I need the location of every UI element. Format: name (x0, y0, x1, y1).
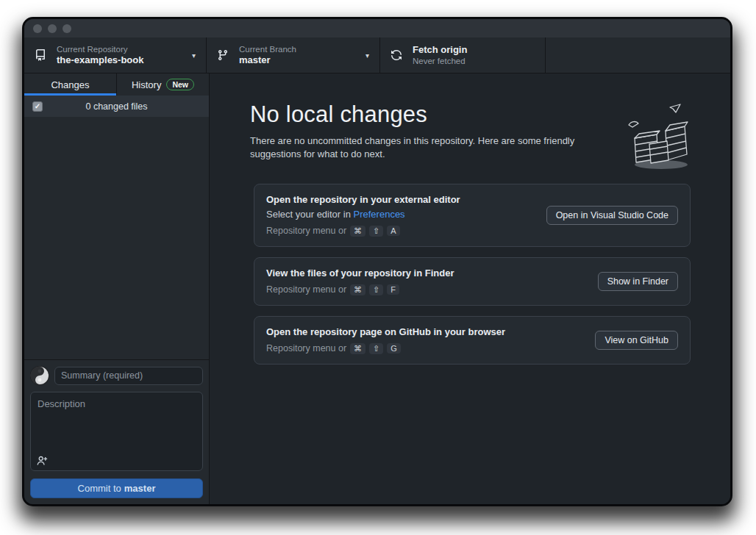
shortcut-prefix: Repository menu or (266, 343, 346, 353)
card-title: Open the repository page on GitHub in yo… (266, 326, 583, 337)
sidebar-tabbar: Changes History New (24, 73, 209, 96)
minimize-window-button[interactable] (48, 24, 57, 33)
fetch-origin-status: Never fetched (413, 56, 467, 66)
card-title: Open the repository in your external edi… (266, 194, 535, 205)
no-changes-view: No local changes There are no uncommitte… (210, 73, 730, 504)
shift-key-icon: ⇧ (369, 284, 383, 295)
tab-changes-label: Changes (51, 79, 89, 90)
close-window-button[interactable] (33, 24, 42, 33)
shortcut-prefix: Repository menu or (266, 226, 346, 236)
avatar (30, 366, 49, 385)
no-changes-illustration (623, 103, 693, 173)
current-repository-value: the-examples-book (57, 54, 143, 66)
chevron-down-icon: ▾ (192, 51, 196, 60)
shortcut-hint: Repository menu or ⌘ ⇧ F (266, 284, 586, 295)
changes-sidebar: Changes History New ✓ 0 changed files (24, 73, 210, 504)
tab-history[interactable]: History New (116, 73, 209, 96)
card-title: View the files of your repository in Fin… (266, 268, 586, 279)
add-coauthor-icon[interactable] (37, 456, 48, 466)
tab-history-label: History (132, 79, 161, 90)
cmd-key-icon: ⌘ (350, 284, 365, 295)
chevron-down-icon: ▾ (365, 51, 369, 60)
repo-icon (35, 49, 46, 61)
letter-key: F (387, 284, 399, 295)
toolbar: Current Repository the-examples-book ▾ C… (24, 37, 730, 73)
card-subtitle: Select your editor in Preferences (266, 209, 535, 220)
current-branch-label: Current Branch (239, 44, 296, 54)
show-in-finder-button[interactable]: Show in Finder (598, 272, 678, 291)
changed-files-list (24, 117, 209, 359)
page-subtitle: There are no uncommitted changes in this… (250, 134, 623, 161)
commit-button-branch: master (124, 483, 156, 494)
suggestion-card-editor: Open the repository in your external edi… (254, 184, 691, 247)
view-on-github-button[interactable]: View on GitHub (595, 331, 678, 350)
card-subtitle-text: Select your editor in (266, 209, 354, 220)
commit-button-prefix: Commit to (78, 483, 121, 494)
preferences-link[interactable]: Preferences (354, 209, 405, 220)
suggestion-card-finder: View the files of your repository in Fin… (254, 257, 691, 306)
changed-files-header: ✓ 0 changed files (24, 96, 209, 117)
toolbar-filler (546, 37, 730, 73)
new-badge: New (166, 79, 194, 90)
shortcut-prefix: Repository menu or (266, 284, 346, 295)
current-repository-button[interactable]: Current Repository the-examples-book ▾ (24, 37, 207, 73)
titlebar (24, 19, 730, 37)
current-branch-button[interactable]: Current Branch master ▾ (207, 37, 380, 73)
fetch-origin-button[interactable]: Fetch origin Never fetched (380, 37, 546, 73)
zoom-window-button[interactable] (63, 24, 71, 33)
tab-changes[interactable]: Changes (24, 73, 116, 96)
open-in-editor-button[interactable]: Open in Visual Studio Code (546, 206, 678, 225)
sync-icon (391, 49, 402, 61)
letter-key: G (387, 343, 401, 353)
commit-button[interactable]: Commit to master (30, 478, 203, 498)
suggestion-card-github: Open the repository page on GitHub in yo… (254, 316, 691, 365)
shortcut-hint: Repository menu or ⌘ ⇧ A (266, 226, 535, 237)
suggestion-cards: Open the repository in your external edi… (254, 184, 691, 365)
commit-description-box (30, 392, 203, 471)
shift-key-icon: ⇧ (369, 226, 383, 237)
fetch-origin-label: Fetch origin (413, 44, 467, 56)
app-window: Current Repository the-examples-book ▾ C… (24, 19, 730, 504)
select-all-checkbox[interactable]: ✓ (32, 101, 43, 112)
cmd-key-icon: ⌘ (350, 226, 365, 237)
current-repository-label: Current Repository (57, 44, 143, 54)
cmd-key-icon: ⌘ (350, 343, 365, 354)
changed-files-count: 0 changed files (43, 101, 190, 112)
git-branch-icon (217, 49, 229, 61)
letter-key: A (387, 226, 399, 236)
shortcut-hint: Repository menu or ⌘ ⇧ G (266, 343, 583, 354)
commit-panel: Commit to master (24, 359, 209, 504)
current-branch-value: master (239, 54, 296, 66)
shift-key-icon: ⇧ (369, 343, 383, 354)
commit-description-input[interactable] (31, 392, 202, 454)
commit-summary-input[interactable] (54, 367, 203, 385)
